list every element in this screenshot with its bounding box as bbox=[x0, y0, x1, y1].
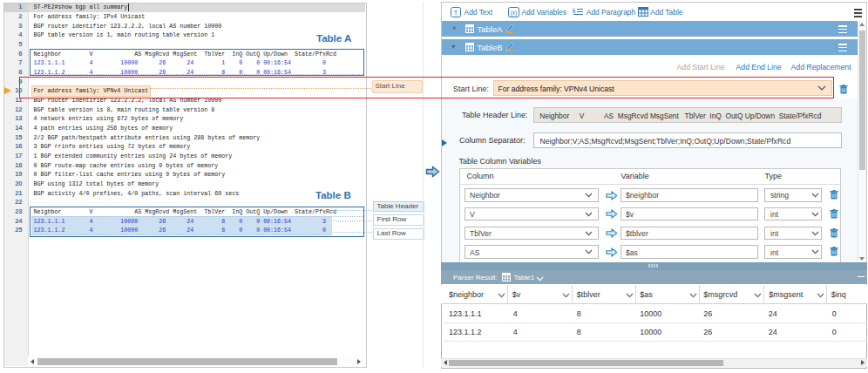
svg-text:T: T bbox=[454, 9, 458, 17]
svg-text:(x): (x) bbox=[510, 10, 517, 17]
